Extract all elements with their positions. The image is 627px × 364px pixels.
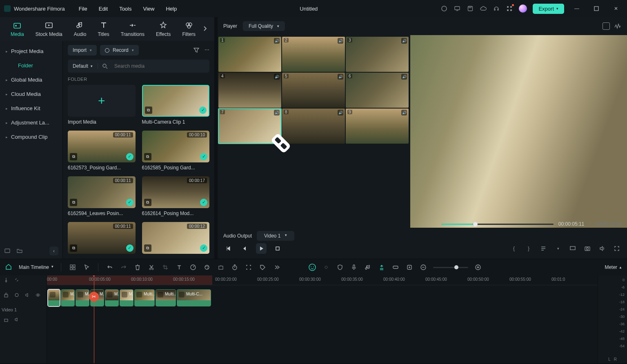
mark-in-icon[interactable]: { xyxy=(509,244,518,253)
sidebar-influence-kit[interactable]: Influence Kit xyxy=(0,101,62,115)
stop-button[interactable] xyxy=(272,243,283,254)
sidebar-cloud-media[interactable]: Cloud Media xyxy=(0,87,62,101)
cam-cell-4[interactable]: 4🔊 xyxy=(218,73,281,108)
tab-transitions[interactable]: Transitions xyxy=(115,21,150,37)
stopwatch-icon[interactable] xyxy=(231,263,239,271)
import-dropdown[interactable]: Import▾ xyxy=(68,45,97,55)
sidebar-global-media[interactable]: Global Media xyxy=(0,73,62,87)
timeline-tracks[interactable]: 00:0000:00:05:0000:00:10:0000:00:15:0000… xyxy=(47,275,598,363)
timeline-selector[interactable]: Main Timeline▾ xyxy=(19,264,53,270)
play-button[interactable] xyxy=(256,243,267,254)
keyframe-icon[interactable] xyxy=(217,263,225,271)
unlink-icon[interactable] xyxy=(14,277,20,284)
timeline-clip[interactable]: Multi... xyxy=(134,289,155,306)
meter-toggle[interactable]: Meter▲ xyxy=(605,264,622,270)
sort-default-dropdown[interactable]: Default▾ xyxy=(68,63,98,69)
window-maximize[interactable] xyxy=(589,4,603,13)
crop-icon[interactable] xyxy=(161,263,169,271)
window-minimize[interactable]: — xyxy=(570,4,584,13)
timeline-clip[interactable]: M... xyxy=(76,289,89,306)
marker-list-icon[interactable] xyxy=(539,244,548,253)
timeline-clip[interactable]: M... xyxy=(120,289,133,306)
snapshot-icon[interactable] xyxy=(583,244,592,253)
headset-icon[interactable] xyxy=(493,5,500,12)
timeline-clip[interactable]: Multi... xyxy=(156,289,176,306)
tab-effects[interactable]: Effects xyxy=(150,21,176,37)
more-icon[interactable]: ⋯ xyxy=(205,47,209,53)
menu-view[interactable]: View xyxy=(143,6,154,12)
zoom-out-icon[interactable] xyxy=(419,263,427,271)
target-icon[interactable] xyxy=(14,292,20,299)
grid-snap-icon[interactable] xyxy=(69,263,77,271)
sidebar-compound-clip[interactable]: Compound Clip xyxy=(0,130,62,144)
speed-icon[interactable] xyxy=(189,263,197,271)
display-icon[interactable] xyxy=(568,244,577,253)
export-button[interactable]: Export▾ xyxy=(533,4,564,14)
tab-titles[interactable]: Titles xyxy=(92,21,115,37)
timeline-clip[interactable]: M... xyxy=(105,289,119,306)
mute2-icon[interactable] xyxy=(14,317,20,323)
prev-frame-button[interactable] xyxy=(223,243,234,254)
link-icon[interactable] xyxy=(391,263,400,271)
playhead[interactable]: ✂ xyxy=(94,275,94,363)
playback-slider[interactable] xyxy=(442,224,554,225)
media-item[interactable]: 00:00:10⧉✓6162585_Posing Gard... xyxy=(142,131,210,171)
music-note-icon[interactable] xyxy=(364,263,372,271)
waveform-icon[interactable] xyxy=(614,22,621,30)
tab-audio[interactable]: Audio xyxy=(68,21,92,37)
shield-icon[interactable] xyxy=(336,263,344,271)
menu-tools[interactable]: Tools xyxy=(119,6,131,12)
filter-icon[interactable] xyxy=(193,47,200,53)
menu-file[interactable]: File xyxy=(79,6,87,12)
magnet-icon[interactable] xyxy=(378,263,386,271)
cam-cell-3[interactable]: 3🔊 xyxy=(346,37,409,72)
apps-icon[interactable] xyxy=(506,5,513,12)
time-ruler[interactable]: 00:0000:00:05:0000:00:10:0000:00:15:0000… xyxy=(47,275,598,285)
delete-icon[interactable] xyxy=(133,263,142,271)
cam-cell-6[interactable]: 6🔊 xyxy=(346,73,409,108)
marker-dropdown-icon[interactable]: ▾ xyxy=(554,244,563,253)
menu-help[interactable]: Help xyxy=(166,6,177,12)
text-icon[interactable] xyxy=(175,263,183,271)
media-item[interactable]: ⧉✓Multi-Camera Clip 1 xyxy=(142,85,210,125)
audio-output-dropdown[interactable]: Video 1▾ xyxy=(257,231,294,241)
focus-icon[interactable] xyxy=(245,263,253,271)
media-item[interactable]: 00:00:11⧉✓ xyxy=(68,222,136,255)
user-avatar[interactable] xyxy=(519,4,527,13)
volume-icon[interactable] xyxy=(598,244,607,253)
quality-dropdown[interactable]: Full Quality▾ xyxy=(243,21,285,31)
collapse-sidebar-icon[interactable]: ‹ xyxy=(49,246,58,255)
ai-face-icon[interactable] xyxy=(308,263,316,271)
home-icon[interactable] xyxy=(5,263,13,271)
timeline-clip[interactable] xyxy=(48,289,60,306)
media-item[interactable]: 00:00:11⧉✓6162594_Leaves Posin... xyxy=(68,176,136,216)
tab-filters[interactable]: Filters xyxy=(176,21,201,37)
mark-out-icon[interactable]: } xyxy=(524,244,533,253)
eye-icon[interactable] xyxy=(35,292,42,299)
media-import-tile[interactable]: +Import Media xyxy=(68,85,136,125)
media-item[interactable]: 00:00:17⧉✓6162614_Posing Mod... xyxy=(142,176,210,216)
timeline-clip[interactable]: M... xyxy=(61,289,75,306)
new-folder-icon[interactable] xyxy=(16,247,24,255)
color-icon[interactable] xyxy=(203,263,211,271)
sun-icon[interactable] xyxy=(322,263,330,271)
sidebar-folder[interactable]: Folder xyxy=(0,58,62,73)
menu-edit[interactable]: Edit xyxy=(99,6,108,12)
cam-cell-9[interactable]: 9🔊 xyxy=(346,109,409,144)
media-item[interactable]: 00:00:11⧉✓6162573_Posing Gard... xyxy=(68,131,136,171)
cam-cell-2[interactable]: 2🔊 xyxy=(282,37,345,72)
lock-icon[interactable] xyxy=(3,292,10,299)
video-track-header[interactable] xyxy=(0,285,47,306)
cam-cell-1[interactable]: 1🔊 xyxy=(218,37,281,72)
fullscreen-icon[interactable] xyxy=(612,244,621,253)
mic-icon[interactable] xyxy=(350,263,358,271)
more-tools-icon[interactable] xyxy=(272,263,280,271)
window-close[interactable]: ✕ xyxy=(609,4,623,13)
grid-view-icon[interactable] xyxy=(603,22,610,30)
zoom-in-icon[interactable] xyxy=(474,263,482,271)
marker-add-icon[interactable] xyxy=(405,263,414,271)
timeline-clip[interactable]: Multi-C... xyxy=(177,289,211,306)
cloud-icon[interactable] xyxy=(480,5,487,12)
search-input[interactable] xyxy=(110,63,209,69)
undo-icon[interactable] xyxy=(106,263,114,271)
